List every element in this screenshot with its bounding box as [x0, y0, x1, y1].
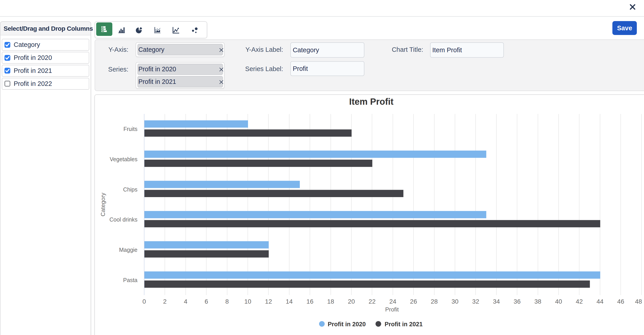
svg-text:24: 24 — [389, 298, 396, 305]
svg-text:18: 18 — [327, 298, 334, 305]
svg-text:12: 12 — [265, 298, 272, 305]
svg-text:38: 38 — [534, 298, 541, 305]
svg-text:46: 46 — [617, 298, 624, 305]
svg-text:32: 32 — [472, 298, 479, 305]
svg-text:28: 28 — [431, 298, 438, 305]
svg-text:48: 48 — [635, 298, 642, 305]
svg-text:Profit: Profit — [385, 306, 399, 313]
svg-text:Fruits: Fruits — [124, 126, 138, 132]
svg-text:30: 30 — [452, 298, 458, 305]
svg-text:2: 2 — [163, 298, 167, 305]
svg-text:44: 44 — [596, 298, 604, 305]
svg-text:Chips: Chips — [123, 186, 138, 192]
svg-text:10: 10 — [244, 298, 251, 305]
svg-text:36: 36 — [514, 298, 521, 305]
svg-text:42: 42 — [576, 298, 583, 305]
svg-text:34: 34 — [493, 298, 500, 305]
svg-text:14: 14 — [286, 298, 293, 305]
svg-text:Profit in 2021: Profit in 2021 — [384, 321, 423, 328]
svg-text:Cool drinks: Cool drinks — [110, 216, 138, 223]
svg-text:16: 16 — [306, 298, 314, 305]
svg-text:22: 22 — [369, 298, 376, 305]
svg-text:Vegetables: Vegetables — [110, 156, 138, 162]
svg-text:8: 8 — [225, 298, 229, 305]
svg-text:Maggie: Maggie — [119, 247, 138, 253]
svg-text:0: 0 — [142, 298, 146, 305]
svg-text:20: 20 — [348, 298, 355, 305]
svg-text:6: 6 — [204, 298, 208, 305]
svg-text:Item Profit: Item Profit — [349, 97, 394, 106]
svg-text:Pasta: Pasta — [123, 277, 138, 283]
svg-text:40: 40 — [555, 298, 562, 305]
svg-text:Category: Category — [100, 192, 106, 216]
svg-text:26: 26 — [410, 298, 417, 305]
svg-text:Profit in 2020: Profit in 2020 — [328, 321, 366, 328]
svg-text:4: 4 — [184, 298, 188, 305]
